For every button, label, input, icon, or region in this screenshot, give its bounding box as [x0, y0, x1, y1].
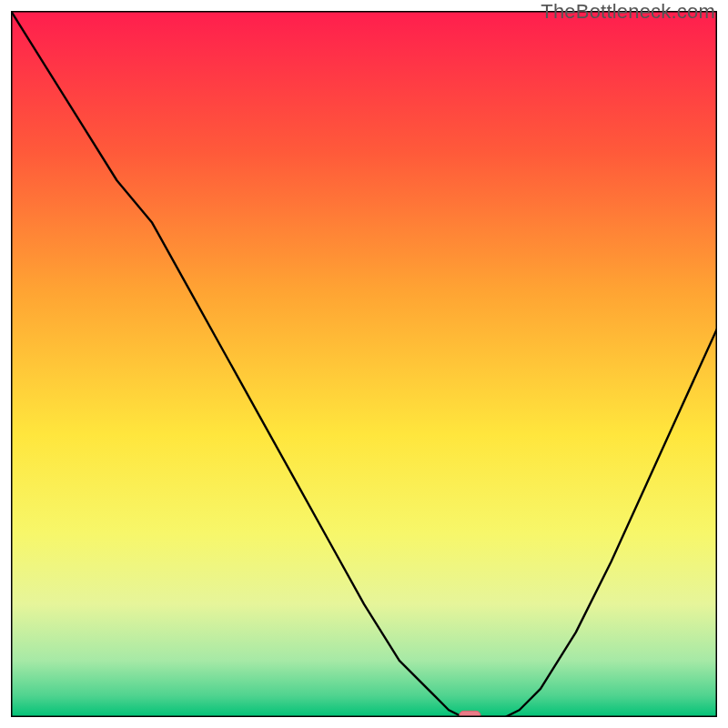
- watermark-text: TheBottleneck.com: [541, 0, 715, 24]
- chart-container: TheBottleneck.com: [0, 0, 728, 728]
- optimal-marker: [460, 711, 480, 717]
- chart-plot: [11, 11, 717, 717]
- chart-background: [11, 11, 717, 717]
